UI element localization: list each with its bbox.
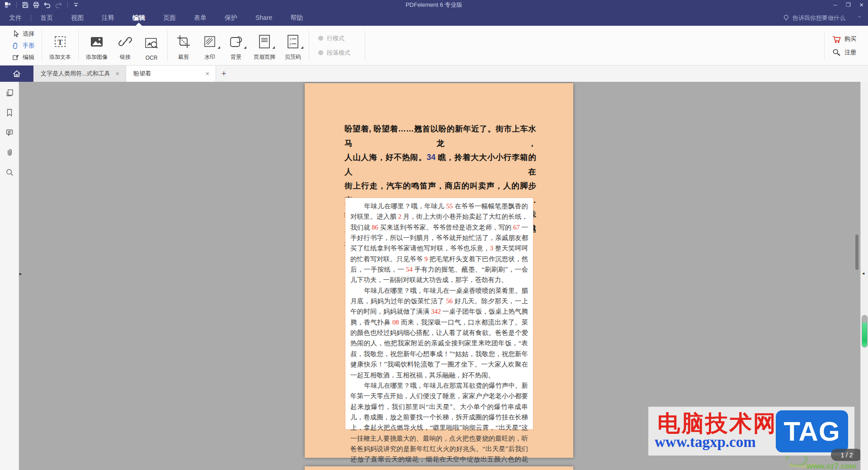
app-window: PDFelement 6 专业版 ─ ❐ ✕ 文件 首页 视图 注释 编辑 页面… bbox=[0, 0, 868, 470]
scroll-progress-pill[interactable] bbox=[862, 315, 868, 348]
pointer-mode-group: 选择 手形 编辑 bbox=[0, 26, 39, 65]
edit-pencil-icon bbox=[12, 53, 19, 61]
add-image-button[interactable]: 添加图像 bbox=[81, 26, 112, 65]
right-scroll-rail[interactable]: ◂ bbox=[860, 82, 868, 470]
restore-button[interactable]: ❐ bbox=[842, 0, 855, 10]
dropdown-arrow-icon bbox=[244, 46, 246, 49]
add-text-button[interactable]: T 添加文本 bbox=[45, 26, 75, 65]
close-tab-icon[interactable]: × bbox=[115, 70, 120, 77]
comments-icon[interactable] bbox=[5, 128, 14, 137]
crop-button[interactable]: 裁剪 bbox=[170, 26, 197, 65]
ocr-label: OCR bbox=[146, 55, 158, 61]
redo-icon bbox=[54, 1, 63, 9]
edit-tool[interactable]: 编辑 bbox=[12, 52, 34, 62]
expand-left-panel-icon[interactable]: ▸ bbox=[19, 271, 22, 276]
menu-tab-protect[interactable]: 保护 bbox=[216, 10, 246, 26]
quick-access-toolbar bbox=[0, 1, 80, 9]
header-footer-button[interactable]: 页眉页脚 bbox=[249, 26, 280, 65]
add-text-label: 添加文本 bbox=[49, 53, 71, 61]
expand-right-panel-icon[interactable]: ◂ bbox=[862, 271, 864, 276]
divider bbox=[78, 30, 79, 61]
intro-line: 盼望着, 盼望着……翘首以盼的新年近了。街市上车水马龙， bbox=[344, 122, 536, 150]
edit-tool-label: 编辑 bbox=[23, 53, 34, 61]
body-paragraph-1: 年味儿在哪里？哦，年味儿 55 在爷爷一幅幅笔墨飘香的对联里。进入腊 2 月，街… bbox=[350, 201, 528, 286]
menu-tab-view[interactable]: 视图 bbox=[62, 10, 93, 26]
attachments-icon[interactable] bbox=[5, 148, 14, 157]
page-indicator-badge: 1 / 2 bbox=[831, 449, 860, 461]
hand-tool[interactable]: 手形 bbox=[12, 41, 34, 51]
buy-button[interactable]: 购买 bbox=[832, 34, 856, 43]
divider bbox=[365, 30, 365, 61]
svg-text:1: 1 bbox=[289, 37, 292, 41]
link-button[interactable]: 链接 bbox=[112, 26, 138, 65]
tab-strip-empty bbox=[231, 66, 868, 82]
document-scrollbar-thumb[interactable] bbox=[855, 235, 859, 270]
search-icon[interactable] bbox=[5, 168, 14, 177]
minimize-button[interactable]: ─ bbox=[829, 0, 842, 10]
site-watermark-box: 电脑技术网 www.tagxp.com TAG bbox=[648, 407, 854, 456]
radio-icon bbox=[318, 50, 323, 55]
svg-text:2: 2 bbox=[289, 42, 292, 46]
background-label: 背景 bbox=[231, 53, 241, 61]
cursor-icon bbox=[12, 30, 19, 38]
save-icon[interactable] bbox=[21, 1, 29, 9]
new-tab-button[interactable]: + bbox=[216, 66, 231, 82]
header-footer-icon bbox=[256, 33, 273, 51]
document-tab-1[interactable]: 文字是人类用符...式和工具 × bbox=[33, 66, 126, 82]
page-thumbnails-icon[interactable] bbox=[5, 88, 14, 97]
hand-icon bbox=[12, 42, 19, 49]
close-tab-icon[interactable]: × bbox=[205, 70, 210, 77]
add-image-label: 添加图像 bbox=[86, 53, 108, 61]
menu-tab-page[interactable]: 页面 bbox=[154, 10, 185, 26]
key-icon bbox=[832, 48, 841, 57]
add-text-icon: T bbox=[52, 33, 68, 51]
dropdown-arrow-icon bbox=[217, 46, 220, 49]
divider bbox=[824, 32, 825, 60]
register-button[interactable]: 注册 bbox=[832, 48, 856, 57]
divider bbox=[67, 2, 68, 8]
ocr-button[interactable]: OCR bbox=[138, 26, 165, 65]
bates-number-label: 贝茨码 bbox=[285, 53, 301, 61]
collapse-ribbon-icon[interactable]: ⌃ bbox=[857, 15, 862, 20]
menu-tab-form[interactable]: 表单 bbox=[185, 10, 216, 26]
radio-icon bbox=[318, 36, 323, 41]
select-tool[interactable]: 选择 bbox=[12, 29, 34, 39]
bates-number-button[interactable]: 12 贝茨码 bbox=[280, 26, 306, 65]
home-icon bbox=[12, 69, 22, 79]
buy-label: 购买 bbox=[844, 35, 856, 43]
body-text-box[interactable]: 年味儿在哪里？哦，年味儿 55 在爷爷一幅幅笔墨飘香的对联里。进入腊 2 月，街… bbox=[345, 197, 533, 430]
tell-me-search[interactable]: 告诉我你想要做什么 bbox=[783, 14, 845, 22]
menu-tab-home[interactable]: 首页 bbox=[31, 10, 62, 26]
document-tab-1-label: 文字是人类用符...式和工具 bbox=[41, 70, 110, 78]
document-tab-2-label: 盼望着 bbox=[133, 70, 151, 78]
menu-tab-file[interactable]: 文件 bbox=[0, 10, 31, 26]
link-icon bbox=[117, 33, 133, 51]
menu-tab-edit[interactable]: 编辑 bbox=[123, 10, 154, 26]
paragraph-mode-radio[interactable]: 段落模式 bbox=[318, 49, 350, 57]
menu-tab-comment[interactable]: 注释 bbox=[93, 10, 123, 26]
site-watermark-url: www.tagxp.com bbox=[655, 434, 756, 451]
undo-icon[interactable] bbox=[43, 1, 52, 9]
edit-mode-group: 行模式 段落模式 bbox=[312, 26, 362, 65]
pdf-page-1[interactable]: 盼望着, 盼望着……翘首以盼的新年近了。街市上车水马龙， 人山人海，好不热闹。3… bbox=[305, 83, 573, 458]
document-canvas[interactable]: 盼望着, 盼望着……翘首以盼的新年近了。街市上车水马龙， 人山人海，好不热闹。3… bbox=[19, 82, 860, 470]
watermark-button[interactable]: 水印 bbox=[197, 26, 223, 65]
crop-icon bbox=[175, 33, 192, 51]
body-paragraph-3: 年味儿在哪里？哦，年味儿在那震耳欲聋的爆竹声中。新年第一天零点开始，人们便没了睡… bbox=[350, 381, 528, 470]
menu-tab-share[interactable]: Share bbox=[246, 10, 281, 26]
navigation-sidebar bbox=[0, 82, 19, 470]
background-button[interactable]: 背景 bbox=[223, 26, 249, 65]
document-tab-2[interactable]: 盼望着 × bbox=[126, 66, 216, 82]
document-tab-strip: 文字是人类用符...式和工具 × 盼望着 × + bbox=[0, 66, 868, 82]
customize-toolbar-icon[interactable] bbox=[72, 1, 80, 9]
close-button[interactable]: ✕ bbox=[855, 0, 868, 10]
print-icon[interactable] bbox=[32, 1, 40, 9]
bookmarks-icon[interactable] bbox=[5, 108, 14, 117]
watermark-label: 水印 bbox=[204, 53, 215, 61]
tag-logo: TAG bbox=[776, 410, 848, 452]
title-bar: PDFelement 6 专业版 ─ ❐ ✕ bbox=[0, 0, 868, 10]
menu-tab-help[interactable]: 帮助 bbox=[281, 10, 312, 26]
home-button[interactable] bbox=[0, 66, 33, 82]
select-tool-label: 选择 bbox=[23, 30, 34, 38]
line-mode-radio[interactable]: 行模式 bbox=[318, 34, 350, 42]
